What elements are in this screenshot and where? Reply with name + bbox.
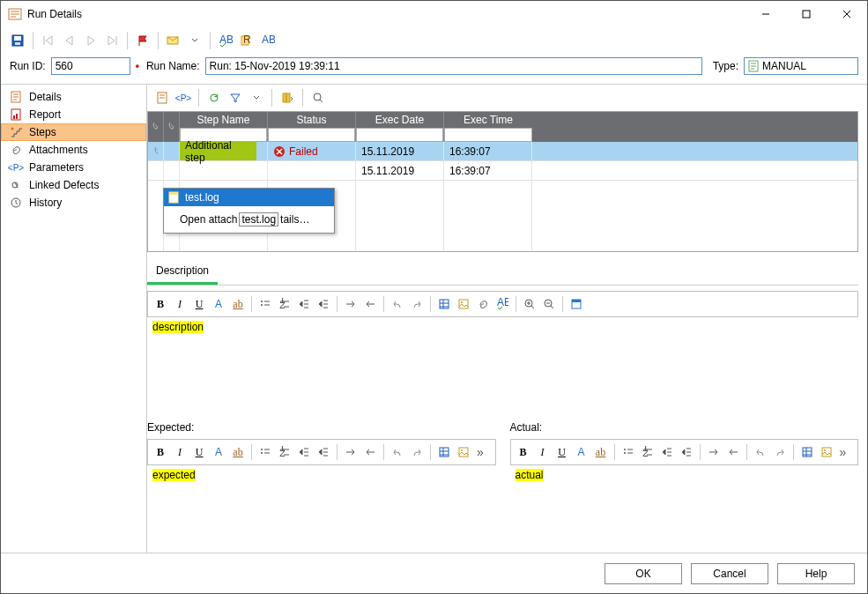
overflow-icon[interactable]: »	[837, 445, 849, 459]
help-button[interactable]: Help	[777, 563, 855, 584]
table-row[interactable]: Additional step Failed 15.11.2019 16:39:…	[148, 142, 857, 161]
first-arrow-icon[interactable]	[39, 31, 58, 50]
bullets-icon[interactable]	[619, 443, 637, 461]
actual-body[interactable]: actual	[510, 465, 859, 485]
mail-icon[interactable]	[164, 31, 183, 50]
highlight-icon[interactable]: ab	[592, 443, 610, 461]
bold-icon[interactable]: B	[152, 295, 169, 313]
rtl-icon[interactable]	[361, 295, 379, 313]
type-field[interactable]: MANUAL	[744, 57, 858, 75]
prev-arrow-icon[interactable]	[60, 31, 79, 50]
filter-date[interactable]	[356, 128, 443, 142]
grid-col-step[interactable]: Step Name	[180, 112, 268, 142]
save-icon[interactable]	[8, 31, 27, 50]
rtl-icon[interactable]	[361, 443, 379, 461]
close-button[interactable]	[827, 1, 867, 27]
redo-icon[interactable]	[408, 295, 426, 313]
numbers-icon[interactable]: 12	[276, 443, 293, 461]
next-arrow-icon[interactable]	[81, 31, 100, 50]
edit-step-icon[interactable]	[152, 88, 172, 108]
filter-dropdown-icon[interactable]	[247, 88, 266, 108]
popup-open-item[interactable]: Open attach test.logtails…	[164, 206, 334, 233]
grid-col-date[interactable]: Exec Date	[356, 112, 444, 142]
grid-col-clip1[interactable]	[148, 112, 164, 142]
popup-header[interactable]: test.log	[164, 189, 334, 206]
font-color-icon[interactable]: A	[210, 443, 227, 461]
bullets-icon[interactable]	[256, 295, 274, 313]
underline-icon[interactable]: U	[190, 295, 208, 313]
zoomout-icon[interactable]	[540, 295, 558, 313]
indent-icon[interactable]	[678, 443, 695, 461]
italic-icon[interactable]: I	[171, 443, 189, 461]
outdent-icon[interactable]	[295, 295, 313, 313]
image-icon[interactable]	[455, 295, 472, 313]
redo-icon[interactable]	[771, 443, 789, 461]
italic-icon[interactable]: I	[171, 295, 189, 313]
font-color-icon[interactable]: A	[573, 443, 590, 461]
filter-time[interactable]	[444, 128, 532, 142]
rtl-icon[interactable]	[724, 443, 742, 461]
numbers-icon[interactable]: 12	[639, 443, 657, 461]
spellcheck-icon[interactable]: AB	[216, 31, 235, 50]
table-icon[interactable]	[435, 443, 453, 461]
image-icon[interactable]	[455, 443, 472, 461]
undo-icon[interactable]	[752, 443, 769, 461]
sidebar-item-linked-defects[interactable]: Linked Defects	[1, 176, 146, 194]
ok-button[interactable]: OK	[605, 563, 682, 584]
spellcheck2-icon[interactable]: AB	[493, 295, 511, 313]
highlight-icon[interactable]: ab	[229, 443, 247, 461]
table-row[interactable]: 15.11.2019 16:39:07	[148, 161, 857, 181]
ltr-icon[interactable]	[705, 443, 723, 461]
bold-icon[interactable]: B	[152, 443, 169, 461]
tab-description[interactable]: Description	[147, 261, 218, 285]
grid-col-time[interactable]: Exec Time	[444, 112, 532, 142]
indent-icon[interactable]	[315, 443, 332, 461]
sidebar-item-report[interactable]: Report	[1, 106, 146, 123]
cancel-button[interactable]: Cancel	[691, 563, 768, 584]
grid-col-clip2[interactable]	[164, 112, 180, 142]
filter-icon[interactable]	[226, 88, 245, 108]
mail-dropdown-icon[interactable]	[185, 31, 204, 50]
overflow-icon[interactable]: »	[474, 445, 486, 459]
redo-icon[interactable]	[408, 443, 426, 461]
outdent-icon[interactable]	[295, 443, 313, 461]
indent-icon[interactable]	[315, 295, 332, 313]
undo-icon[interactable]	[389, 443, 406, 461]
bullets-icon[interactable]	[256, 443, 274, 461]
ltr-icon[interactable]	[342, 443, 360, 461]
sidebar-item-history[interactable]: History	[1, 194, 146, 212]
thesaurus-icon[interactable]: R	[237, 31, 256, 50]
numbers-icon[interactable]: 12	[276, 295, 293, 313]
find-icon[interactable]	[308, 88, 328, 108]
maximize-button[interactable]	[786, 1, 827, 27]
underline-icon[interactable]: U	[553, 443, 571, 461]
spell-options-icon[interactable]: AB	[258, 31, 278, 50]
minimize-button[interactable]	[746, 1, 786, 27]
fields-icon[interactable]	[568, 295, 585, 313]
table-icon[interactable]	[435, 295, 453, 313]
bold-icon[interactable]: B	[515, 443, 532, 461]
sidebar-item-steps[interactable]: Steps	[1, 123, 146, 141]
sidebar-item-details[interactable]: Details	[1, 88, 146, 106]
image-icon[interactable]	[818, 443, 835, 461]
expected-body[interactable]: expected	[147, 465, 496, 485]
runid-field[interactable]	[51, 57, 130, 75]
refresh-icon[interactable]	[204, 88, 224, 108]
outdent-icon[interactable]	[658, 443, 676, 461]
description-body[interactable]: description	[147, 317, 858, 414]
highlight-icon[interactable]: ab	[229, 295, 247, 313]
sidebar-item-parameters[interactable]: <P> Parameters	[1, 159, 146, 176]
sidebar-item-attachments[interactable]: Attachments	[1, 141, 146, 159]
attach-file-icon[interactable]	[474, 295, 492, 313]
zoomin-icon[interactable]	[521, 295, 538, 313]
grid-col-status[interactable]: Status	[268, 112, 356, 142]
ltr-icon[interactable]	[342, 295, 360, 313]
columns-icon[interactable]	[278, 88, 297, 108]
filter-status[interactable]	[268, 128, 355, 142]
table-icon[interactable]	[798, 443, 816, 461]
runname-field[interactable]	[205, 57, 702, 75]
params-icon[interactable]: <P>	[174, 88, 193, 108]
flag-icon[interactable]	[133, 31, 152, 50]
undo-icon[interactable]	[389, 295, 406, 313]
font-color-icon[interactable]: A	[210, 295, 227, 313]
